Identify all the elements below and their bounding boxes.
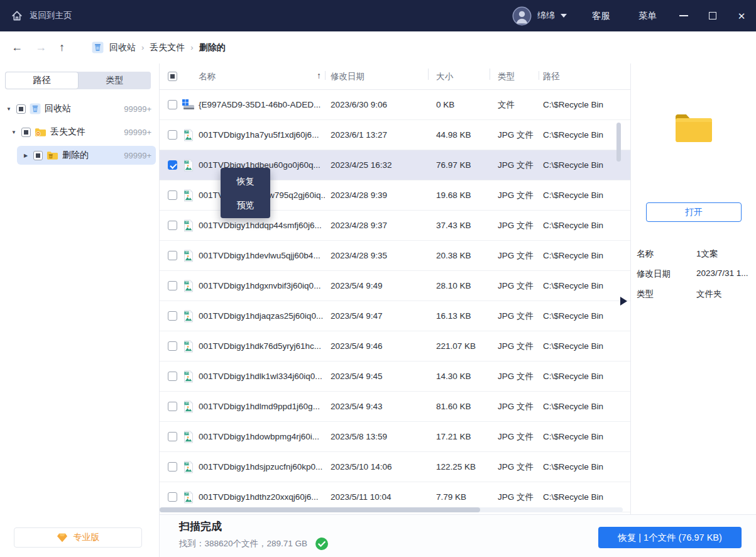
- context-menu-item[interactable]: 恢复: [221, 169, 270, 193]
- nav-back-button[interactable]: ←: [11, 41, 23, 54]
- jpg-file-icon: JPG: [182, 129, 195, 141]
- table-row[interactable]: {E997A5D9-35D1-46b0-ADED...2023/6/30 9:0…: [160, 90, 630, 120]
- avatar: [512, 6, 532, 26]
- vertical-scrollbar[interactable]: [616, 123, 621, 162]
- jpg-file-icon: JPG: [182, 340, 195, 353]
- file-type: JPG 文件: [490, 492, 539, 503]
- expander-right-icon[interactable]: ▶: [22, 153, 30, 158]
- table-row[interactable]: JPG001TVDbigy1ha7yu5f1xdj60j6...2023/6/1…: [160, 120, 630, 150]
- column-header-type[interactable]: 类型: [490, 71, 539, 82]
- back-to-home-label: 返回到主页: [30, 10, 72, 21]
- file-name: {E997A5D9-35D1-46b0-ADED...: [199, 100, 325, 109]
- context-menu-item[interactable]: 预览: [221, 193, 270, 217]
- collapse-panel-arrow-icon[interactable]: [620, 297, 627, 306]
- file-checkbox[interactable]: [168, 130, 177, 140]
- breadcrumb-item[interactable]: 删除的: [199, 42, 226, 53]
- table-row[interactable]: JPG001TVDbigy1hdowbpmg4rj60i...2023/5/8 …: [160, 422, 630, 452]
- column-header-date[interactable]: 修改日期: [325, 71, 428, 82]
- file-checkbox[interactable]: [168, 341, 177, 351]
- file-date: 2023/5/4 9:45: [325, 372, 428, 381]
- file-checkbox[interactable]: [168, 492, 177, 502]
- file-path: C:\$Recycle Bin: [539, 462, 630, 472]
- tab-path[interactable]: 路径: [5, 72, 79, 89]
- select-all-checkbox[interactable]: [168, 72, 177, 81]
- svg-text:JPG: JPG: [185, 282, 189, 284]
- file-checkbox[interactable]: [168, 372, 177, 381]
- table-row[interactable]: JPG001TVDbigy1hdsjpzucfnj60kp0...2023/5/…: [160, 452, 630, 482]
- column-header-path[interactable]: 路径: [539, 71, 630, 82]
- back-to-home-button[interactable]: 返回到主页: [0, 9, 72, 22]
- file-name: 001TVDbigy1hdlmd9ppd1j60g...: [199, 402, 325, 411]
- pro-version-button[interactable]: 专业版: [14, 527, 142, 548]
- menu-link[interactable]: 菜单: [638, 10, 657, 22]
- file-name: 001TVDbigy1hdevlwu5qjj60b4...: [199, 251, 325, 260]
- maximize-icon: [709, 12, 716, 19]
- close-button[interactable]: ✕: [727, 0, 756, 31]
- file-checkbox[interactable]: [168, 190, 177, 200]
- breadcrumb: 回收站›丢失文件›删除的: [92, 31, 226, 63]
- table-row[interactable]: JPG001TVDbigy1hdgxnvbif3j60iq0...2023/5/…: [160, 271, 630, 301]
- file-path: C:\$Recycle Bin: [539, 311, 630, 321]
- folder-icon: [674, 112, 713, 143]
- tree-item-count: 99999+: [124, 128, 151, 137]
- sort-ascending-icon[interactable]: ↑: [317, 71, 321, 80]
- file-date: 2023/5/8 13:59: [325, 432, 428, 441]
- breadcrumb-item[interactable]: 回收站: [109, 42, 136, 53]
- recover-button[interactable]: 恢复 | 1个文件 (76.97 KB): [598, 527, 742, 548]
- tab-type[interactable]: 类型: [79, 72, 151, 89]
- recycle-bin-icon: [92, 41, 104, 53]
- nav-up-button[interactable]: ↑: [59, 41, 65, 54]
- table-row[interactable]: JPG001TVDbigy1hdevlwu5qjj60b4...2023/4/2…: [160, 241, 630, 271]
- breadcrumb-separator: ›: [141, 43, 144, 52]
- file-type: 文件: [490, 99, 539, 111]
- horizontal-scrollbar[interactable]: [160, 507, 623, 512]
- file-checkbox[interactable]: [168, 160, 177, 170]
- file-date: 2023/5/4 9:49: [325, 281, 428, 290]
- file-checkbox[interactable]: [168, 281, 177, 290]
- expander-down-icon[interactable]: ▼: [5, 106, 13, 112]
- preview-field-value: 文件夹: [696, 289, 722, 300]
- table-row[interactable]: JPG001TVDbigy1hdlk1wl334j60iq0...2023/5/…: [160, 361, 630, 392]
- file-checkbox[interactable]: [168, 311, 177, 321]
- table-row[interactable]: JPG001TVDbigy1hdjaqzas25j60iq0...2023/5/…: [160, 301, 630, 331]
- preview-field: 名称1文案: [631, 248, 756, 261]
- support-link[interactable]: 客服: [592, 10, 610, 22]
- file-checkbox[interactable]: [168, 100, 177, 109]
- jpg-file-icon: JPG: [182, 159, 195, 172]
- username-label: 绵绵: [537, 10, 555, 21]
- titlebar: 返回到主页 绵绵 客服 菜单 ✕: [0, 0, 756, 31]
- preview-field: 类型文件夹: [631, 289, 756, 301]
- maximize-button[interactable]: [698, 0, 727, 31]
- sidebar-item-deleted[interactable]: ▶删除的99999+: [0, 146, 159, 165]
- sidebar-item-recycle-bin[interactable]: ▼回收站99999+: [0, 99, 159, 118]
- toolbar: ← → ↑ 回收站›丢失文件›删除的 筛选 详细信息: [0, 31, 756, 63]
- sidebar-item-lost-files[interactable]: ▼丢失文件99999+: [0, 123, 159, 141]
- user-account-menu[interactable]: 绵绵: [512, 6, 567, 26]
- jpg-file-icon: JPG: [182, 370, 195, 383]
- file-type: JPG 文件: [490, 311, 539, 322]
- tree-checkbox[interactable]: [16, 104, 26, 114]
- column-header-size[interactable]: 大小: [428, 71, 490, 82]
- breadcrumb-item[interactable]: 丢失文件: [150, 42, 185, 53]
- svg-text:JPG: JPG: [185, 433, 189, 435]
- table-row[interactable]: JPG001TVDbigy1hdlmd9ppd1j60g...2023/5/4 …: [160, 392, 630, 422]
- horizontal-scrollbar-thumb[interactable]: [160, 507, 480, 512]
- file-checkbox[interactable]: [168, 432, 177, 441]
- file-date: 2023/5/10 14:06: [325, 462, 428, 472]
- jpg-file-icon: JPG: [182, 219, 195, 232]
- column-header-name[interactable]: 名称 ↑: [199, 71, 325, 82]
- open-button[interactable]: 打开: [646, 202, 742, 222]
- minimize-button[interactable]: [669, 0, 698, 31]
- table-row[interactable]: JPG001TVDbigy1hdk76d5yryj61hc...2023/5/4…: [160, 331, 630, 361]
- file-checkbox[interactable]: [168, 402, 177, 411]
- tree-checkbox[interactable]: [33, 151, 43, 160]
- file-checkbox[interactable]: [168, 462, 177, 472]
- tree-checkbox[interactable]: [21, 128, 31, 137]
- file-checkbox[interactable]: [168, 251, 177, 260]
- file-checkbox[interactable]: [168, 221, 177, 230]
- file-size: 17.21 KB: [428, 432, 490, 441]
- scan-status-label: 扫描完成: [179, 519, 222, 534]
- expander-down-icon[interactable]: ▼: [10, 130, 18, 135]
- nav-forward-button[interactable]: →: [35, 41, 47, 54]
- file-type: JPG 文件: [490, 371, 539, 382]
